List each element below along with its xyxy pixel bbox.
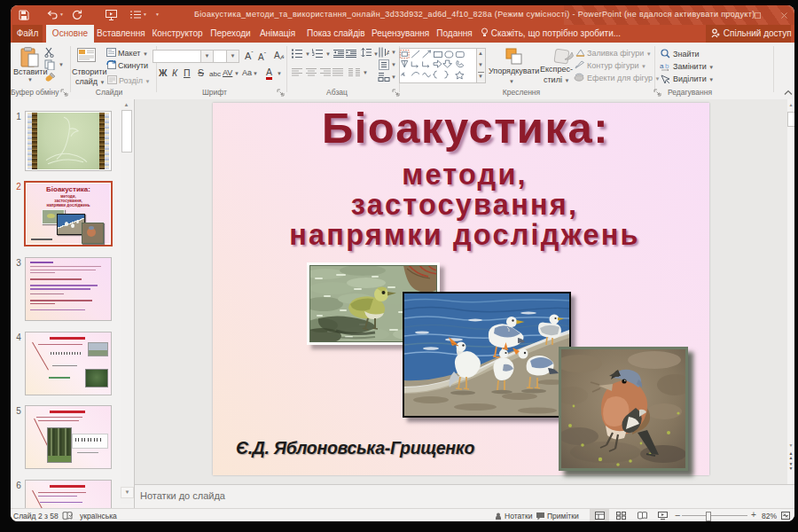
svg-text:b: b bbox=[665, 62, 669, 70]
svg-text:А: А bbox=[387, 49, 390, 57]
svg-text:a: a bbox=[660, 62, 664, 70]
